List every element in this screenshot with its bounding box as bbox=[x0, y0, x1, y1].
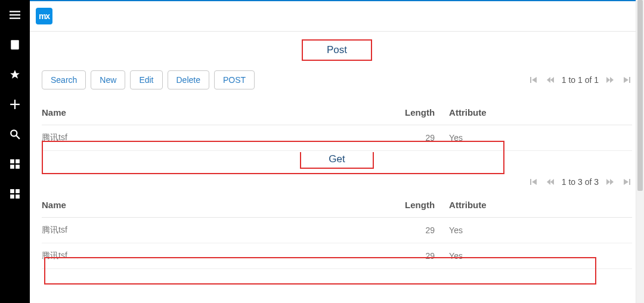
page-info: 1 to 1 of 1 bbox=[562, 75, 599, 85]
page-prev-fast[interactable] bbox=[545, 177, 556, 187]
svg-rect-14 bbox=[16, 189, 20, 193]
page-last[interactable] bbox=[621, 75, 632, 85]
cell-length: 29 bbox=[367, 218, 450, 243]
sidebar-page[interactable] bbox=[0, 30, 30, 60]
cell-name: 腾讯tsf bbox=[42, 125, 367, 151]
table-row[interactable]: 腾讯tsf 29 Yes bbox=[42, 218, 632, 243]
scrollbar-thumb[interactable] bbox=[637, 0, 643, 191]
col-length[interactable]: Length bbox=[367, 193, 450, 218]
sidebar-grid-2[interactable] bbox=[0, 179, 30, 209]
svg-rect-11 bbox=[10, 165, 14, 169]
svg-marker-27 bbox=[547, 179, 550, 185]
page-info: 1 to 3 of 3 bbox=[562, 177, 599, 187]
table-row[interactable]: 腾讯tsf 29 Yes bbox=[42, 243, 632, 269]
plus-icon bbox=[10, 99, 20, 110]
svg-rect-3 bbox=[11, 40, 19, 50]
cell-attribute: Yes bbox=[449, 218, 632, 243]
svg-line-8 bbox=[16, 135, 20, 139]
sidebar-grid-1[interactable] bbox=[0, 149, 30, 179]
page-last[interactable] bbox=[621, 177, 632, 187]
cell-attribute: Yes bbox=[449, 125, 632, 151]
cell-name: 腾讯tsf bbox=[42, 243, 367, 269]
toolbar: Search New Edit Delete POST bbox=[42, 70, 255, 89]
svg-marker-18 bbox=[532, 77, 537, 83]
svg-marker-31 bbox=[624, 179, 628, 185]
app-logo[interactable]: mx bbox=[36, 8, 52, 24]
page-next-fast[interactable] bbox=[605, 75, 615, 85]
svg-marker-19 bbox=[547, 77, 550, 83]
sidebar-star[interactable] bbox=[0, 60, 30, 89]
section-title-get: Get bbox=[300, 152, 373, 169]
svg-rect-25 bbox=[530, 179, 531, 185]
svg-rect-0 bbox=[10, 11, 20, 12]
search-button[interactable]: Search bbox=[42, 70, 86, 89]
svg-marker-26 bbox=[532, 179, 537, 185]
col-attribute[interactable]: Attribute bbox=[449, 100, 632, 125]
svg-rect-13 bbox=[10, 189, 14, 193]
col-name[interactable]: Name bbox=[42, 100, 367, 125]
col-length[interactable]: Length bbox=[367, 100, 450, 125]
grid-icon bbox=[10, 188, 20, 199]
svg-rect-2 bbox=[10, 18, 20, 19]
svg-rect-10 bbox=[16, 159, 20, 163]
col-attribute[interactable]: Attribute bbox=[449, 193, 632, 218]
svg-point-7 bbox=[11, 130, 17, 136]
cell-attribute: Yes bbox=[449, 243, 632, 269]
new-button[interactable]: New bbox=[91, 70, 125, 89]
col-name[interactable]: Name bbox=[42, 193, 367, 218]
hamburger-icon bbox=[10, 10, 20, 20]
svg-marker-30 bbox=[610, 179, 614, 185]
paginator-get: 1 to 3 of 3 bbox=[528, 177, 632, 187]
table-post: Name Length Attribute 腾讯tsf 29 Yes bbox=[42, 100, 632, 151]
section-title-post: Post bbox=[302, 39, 372, 61]
svg-rect-15 bbox=[10, 194, 14, 199]
sidebar-search[interactable] bbox=[0, 119, 30, 149]
cell-length: 29 bbox=[367, 125, 450, 151]
svg-marker-28 bbox=[550, 179, 554, 185]
svg-rect-12 bbox=[16, 165, 20, 169]
page-prev-fast[interactable] bbox=[545, 75, 556, 85]
page-first[interactable] bbox=[528, 75, 539, 85]
svg-marker-22 bbox=[610, 77, 614, 83]
svg-rect-9 bbox=[10, 159, 14, 163]
page-first[interactable] bbox=[528, 177, 539, 187]
search-icon bbox=[10, 129, 20, 140]
page-content: Post Search New Edit Delete POST 1 to 1 … bbox=[30, 32, 644, 303]
page-next-fast[interactable] bbox=[605, 177, 615, 187]
grid-icon bbox=[10, 159, 20, 169]
vertical-scrollbar[interactable] bbox=[636, 0, 644, 303]
post-button[interactable]: POST bbox=[214, 70, 255, 89]
page-icon bbox=[10, 39, 20, 50]
edit-button[interactable]: Edit bbox=[130, 70, 162, 89]
svg-marker-4 bbox=[10, 70, 20, 79]
svg-rect-32 bbox=[629, 179, 630, 185]
svg-marker-21 bbox=[606, 77, 610, 83]
sidebar bbox=[0, 0, 30, 303]
svg-rect-16 bbox=[16, 194, 20, 199]
paginator-post: 1 to 1 of 1 bbox=[528, 75, 632, 85]
svg-rect-1 bbox=[10, 14, 20, 16]
app-header: mx bbox=[30, 1, 644, 32]
sidebar-add[interactable] bbox=[0, 89, 30, 119]
table-row[interactable]: 腾讯tsf 29 Yes bbox=[42, 125, 632, 151]
svg-marker-23 bbox=[624, 77, 628, 83]
svg-marker-29 bbox=[606, 179, 610, 185]
cell-name: 腾讯tsf bbox=[42, 218, 367, 243]
sidebar-hamburger[interactable] bbox=[0, 0, 30, 30]
svg-rect-24 bbox=[629, 77, 630, 83]
table-get: Name Length Attribute 腾讯tsf 29 Yes 腾讯tsf… bbox=[42, 193, 632, 269]
svg-rect-17 bbox=[530, 77, 531, 83]
star-icon bbox=[10, 69, 20, 80]
cell-length: 29 bbox=[367, 243, 450, 269]
delete-button[interactable]: Delete bbox=[168, 70, 209, 89]
svg-marker-20 bbox=[550, 77, 554, 83]
svg-rect-6 bbox=[10, 104, 20, 105]
